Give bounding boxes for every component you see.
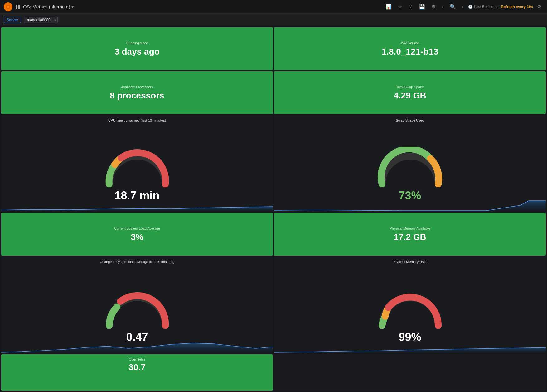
forward-icon[interactable]: › bbox=[460, 3, 466, 11]
topbar: OS: Metrics (alternate) ▾ 📊 ☆ ⇪ 💾 ⚙ ‹ 🔍 … bbox=[0, 0, 547, 14]
cpu-gauge-svg bbox=[103, 147, 172, 187]
load-change-title: Change in system load average (last 10 m… bbox=[1, 257, 273, 264]
svg-point-4 bbox=[388, 162, 432, 187]
server-filter-label: Server bbox=[4, 17, 21, 23]
physical-memory-used-panel: Physical Memory Used 99% bbox=[274, 257, 546, 353]
svg-point-6 bbox=[115, 304, 159, 329]
current-load-panel: Current System Load Average 3% bbox=[1, 213, 273, 256]
save-icon[interactable]: 💾 bbox=[417, 2, 427, 11]
cpu-time-title: CPU time consumed (last 10 minutes) bbox=[1, 115, 273, 122]
chart-icon[interactable]: 📊 bbox=[384, 2, 394, 11]
physical-memory-used-value: 99% bbox=[399, 331, 421, 344]
available-processors-panel: Available Processors 8 processors bbox=[1, 71, 273, 114]
total-swap-title: Total Swap Space bbox=[396, 85, 424, 89]
grid-icon[interactable] bbox=[16, 5, 20, 9]
total-swap-value: 4.29 GB bbox=[394, 91, 426, 101]
load-change-gauge-svg bbox=[103, 288, 172, 329]
topbar-right: 📊 ☆ ⇪ 💾 ⚙ ‹ 🔍 › 🕐 Last 5 minutes Refresh… bbox=[384, 2, 543, 11]
open-files-title: Open Files bbox=[129, 357, 145, 361]
time-range-label: 🕐 Last 5 minutes bbox=[468, 5, 498, 9]
svg-point-8 bbox=[388, 304, 432, 329]
running-since-title: Running since bbox=[126, 41, 148, 45]
load-change-panel: Change in system load average (last 10 m… bbox=[1, 257, 273, 353]
cpu-time-value: 18.7 min bbox=[114, 189, 159, 202]
running-since-panel: Running since 3 days ago bbox=[1, 27, 273, 70]
refresh-label: Refresh every 10s bbox=[501, 5, 533, 9]
back-icon[interactable]: ‹ bbox=[440, 3, 445, 11]
physical-memory-available-title: Physical Memory Available bbox=[390, 227, 430, 230]
available-processors-title: Available Processors bbox=[121, 85, 153, 89]
open-files-panel: Open Files 30.7 bbox=[1, 354, 273, 391]
dashboard-title: OS: Metrics (alternate) ▾ bbox=[23, 4, 74, 10]
physical-memory-used-title: Physical Memory Used bbox=[274, 257, 546, 264]
svg-point-1 bbox=[7, 6, 9, 8]
star-icon[interactable]: ☆ bbox=[396, 2, 404, 11]
refresh-icon[interactable]: ⟳ bbox=[535, 2, 543, 11]
filterbar: Server magnolia8080 bbox=[0, 14, 547, 26]
cpu-time-panel: CPU time consumed (last 10 minutes) 18.7… bbox=[1, 115, 273, 212]
current-load-title: Current System Load Average bbox=[114, 227, 160, 230]
swap-used-panel: Swap Space Used 73% bbox=[274, 115, 546, 212]
jvm-version-value: 1.8.0_121-b13 bbox=[381, 47, 438, 57]
swap-gauge-svg bbox=[376, 147, 444, 187]
dashboard: Running since 3 days ago JVM Version 1.8… bbox=[0, 26, 547, 392]
title-arrow: ▾ bbox=[71, 4, 74, 9]
load-change-value: 0.47 bbox=[126, 331, 148, 344]
open-files-value: 30.7 bbox=[128, 362, 146, 372]
server-select-wrap[interactable]: magnolia8080 bbox=[24, 17, 58, 23]
share-icon[interactable]: ⇪ bbox=[407, 2, 414, 11]
zoom-icon[interactable]: 🔍 bbox=[448, 2, 458, 11]
empty-panel bbox=[274, 354, 546, 391]
jvm-version-panel: JVM Version 1.8.0_121-b13 bbox=[274, 27, 546, 70]
svg-marker-7 bbox=[1, 343, 273, 353]
physical-memory-used-gauge-svg bbox=[376, 288, 444, 329]
topbar-left: OS: Metrics (alternate) ▾ bbox=[4, 2, 74, 11]
title-text: OS: Metrics (alternate) bbox=[23, 4, 70, 9]
server-select[interactable]: magnolia8080 bbox=[24, 17, 58, 23]
jvm-version-title: JVM Version bbox=[400, 41, 420, 45]
swap-used-title: Swap Space Used bbox=[274, 115, 546, 122]
settings-icon[interactable]: ⚙ bbox=[429, 2, 438, 11]
total-swap-panel: Total Swap Space 4.29 GB bbox=[274, 71, 546, 114]
available-processors-value: 8 processors bbox=[110, 91, 164, 101]
physical-memory-available-panel: Physical Memory Available 17.2 GB bbox=[274, 213, 546, 256]
svg-point-2 bbox=[115, 162, 159, 187]
current-load-value: 3% bbox=[131, 232, 143, 242]
grafana-logo bbox=[4, 2, 12, 11]
running-since-value: 3 days ago bbox=[114, 47, 160, 57]
swap-used-value: 73% bbox=[399, 189, 421, 202]
physical-memory-available-value: 17.2 GB bbox=[394, 232, 426, 242]
